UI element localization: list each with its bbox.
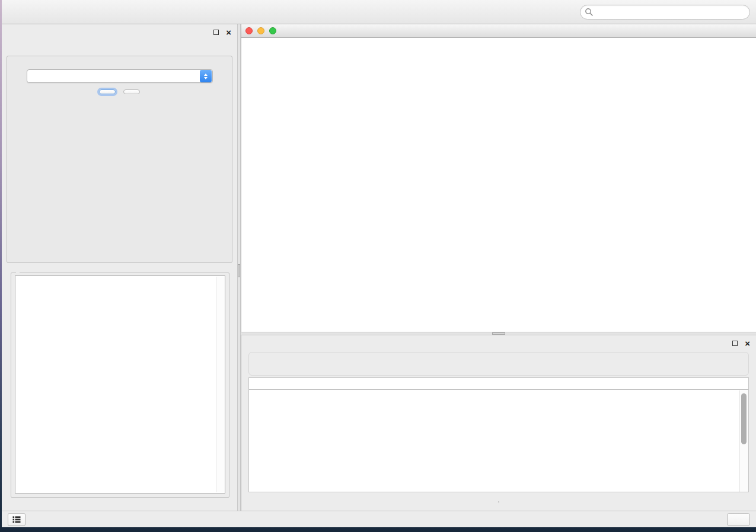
- search-box: [580, 5, 750, 20]
- mcds-result-list[interactable]: [15, 275, 225, 493]
- table-tabs: [498, 501, 499, 502]
- table-toolbar: [248, 352, 749, 376]
- search-icon: [585, 8, 593, 16]
- float-panel-icon[interactable]: [213, 30, 219, 35]
- close-panel-icon[interactable]: ×: [226, 28, 231, 37]
- node-table: [248, 377, 749, 492]
- network-graph[interactable]: [241, 38, 419, 127]
- window-maximize-icon[interactable]: [269, 27, 276, 34]
- vertical-splitter[interactable]: [237, 24, 241, 511]
- close-table-panel-icon[interactable]: ×: [745, 339, 750, 348]
- horizontal-splitter-handle[interactable]: [492, 332, 505, 335]
- task-history-button[interactable]: [8, 513, 25, 526]
- memory-status-icon: [733, 516, 740, 523]
- table-scrollbar-thumb[interactable]: [741, 393, 747, 444]
- list-icon: [11, 514, 22, 525]
- run-mcds-button[interactable]: [99, 89, 116, 94]
- table-header-row: [249, 378, 748, 390]
- table-panel-header: ×: [241, 335, 756, 351]
- optimization-select[interactable]: [27, 69, 213, 83]
- window-minimize-icon[interactable]: [257, 27, 264, 34]
- control-panel-tabs: [2, 42, 237, 56]
- main-area: ×: [2, 24, 756, 511]
- search-input[interactable]: [580, 5, 750, 20]
- main-toolbar: [2, 0, 756, 24]
- mcds-tab-pane: [7, 56, 232, 263]
- network-view-window: [241, 24, 756, 332]
- window-close-icon[interactable]: [245, 27, 253, 34]
- table-scrollbar[interactable]: [739, 390, 748, 492]
- network-window-titlebar: [241, 24, 756, 38]
- float-table-panel-icon[interactable]: [732, 341, 738, 346]
- control-panel: ×: [2, 24, 237, 511]
- vertical-splitter-handle[interactable]: [238, 264, 240, 277]
- mcds-result-fieldset: [11, 273, 229, 498]
- network-canvas[interactable]: [241, 38, 756, 332]
- status-bar: [2, 511, 756, 527]
- control-panel-header: ×: [2, 24, 237, 40]
- horizontal-splitter[interactable]: [241, 332, 756, 335]
- select-stepper-icon: [200, 70, 212, 82]
- right-column: ×: [241, 24, 756, 511]
- result-list-scrollbar[interactable]: [216, 277, 224, 492]
- memory-button[interactable]: [727, 513, 750, 526]
- table-panel: ×: [241, 335, 756, 511]
- table-tabs-row: [241, 492, 756, 511]
- application-window: ×: [2, 0, 756, 527]
- close-panel-button[interactable]: [123, 89, 140, 94]
